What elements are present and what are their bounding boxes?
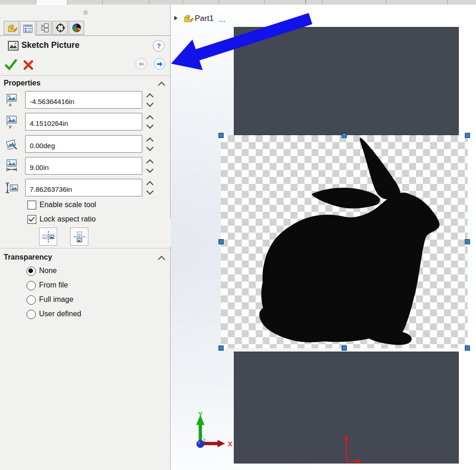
transparency-from-file-label: From file <box>39 281 68 289</box>
panel-resize-grip[interactable] <box>83 10 88 15</box>
solidworks-window: { "panel": { "tabs": [ {"name": "feature… <box>0 0 476 470</box>
handle-middle-right[interactable] <box>465 239 470 244</box>
x-position-input[interactable] <box>25 91 142 109</box>
help-button[interactable]: ? <box>153 40 165 52</box>
collapse-transparency-icon[interactable] <box>158 256 165 263</box>
y-position-input[interactable] <box>25 113 142 131</box>
transparency-none-row[interactable]: None <box>0 267 170 277</box>
property-form-icon <box>22 23 33 34</box>
handle-top-right[interactable] <box>465 133 470 138</box>
property-manager-panel: Sketch Picture ? Properties <box>0 5 171 470</box>
previous-picture-button[interactable] <box>135 58 147 70</box>
configuration-manager-tab[interactable] <box>36 21 52 35</box>
display-manager-tab[interactable] <box>69 21 84 35</box>
green-check-icon <box>5 59 17 71</box>
height-spinner[interactable] <box>145 179 156 197</box>
height-row <box>0 179 170 197</box>
width-input[interactable] <box>25 157 142 175</box>
display-sphere-icon <box>71 22 82 33</box>
handle-top-center[interactable] <box>342 133 347 138</box>
graphics-viewport: Part1 ... <box>171 5 476 470</box>
panel-title: Sketch Picture <box>21 40 79 50</box>
transparency-full-image-row[interactable]: Full image <box>0 295 170 306</box>
cancel-button[interactable] <box>23 59 34 72</box>
y-position-spinner[interactable] <box>145 113 156 131</box>
arrow-left-icon <box>138 61 145 67</box>
width-spinner[interactable] <box>145 157 156 175</box>
sketch-picture-icon <box>8 41 19 52</box>
window-tab-active[interactable] <box>36 0 67 5</box>
target-crosshair-icon <box>55 22 66 33</box>
sketch-origin-marker[interactable] <box>340 434 364 464</box>
transparency-none-label: None <box>39 267 57 275</box>
transparency-full-image-radio[interactable] <box>26 295 36 305</box>
dimxpert-manager-tab[interactable] <box>53 21 68 35</box>
next-picture-button[interactable] <box>154 58 165 70</box>
transparency-full-image-label: Full image <box>39 295 73 304</box>
x-position-icon: x <box>5 93 18 109</box>
flip-vertical-button[interactable] <box>70 228 88 246</box>
enable-scale-tool-row[interactable]: Enable scale tool <box>0 201 170 211</box>
manager-tab-bar <box>0 21 170 36</box>
y-position-icon: y <box>5 115 18 131</box>
flip-horizontal-button[interactable] <box>39 228 57 246</box>
transparency-section-header[interactable]: Transparency <box>4 253 52 261</box>
part-block-icon <box>6 22 17 33</box>
transparency-user-defined-radio[interactable] <box>26 310 36 319</box>
configuration-tree-icon <box>39 22 50 33</box>
property-manager-tab[interactable] <box>20 21 35 36</box>
properties-section-header[interactable]: Properties <box>4 79 40 87</box>
handle-bottom-center[interactable] <box>342 346 347 351</box>
svg-text:y: y <box>8 124 12 129</box>
x-axis-label: X <box>228 440 232 448</box>
height-icon <box>5 181 18 196</box>
handle-top-left[interactable] <box>218 133 224 138</box>
coordinate-triad: Y z X <box>186 406 239 453</box>
lock-aspect-ratio-checkbox[interactable] <box>27 215 36 224</box>
sketch-picture-image[interactable] <box>221 135 468 348</box>
transparency-from-file-radio[interactable] <box>26 281 36 290</box>
help-glyph: ? <box>157 42 161 50</box>
flip-horizontal-icon <box>42 231 55 243</box>
width-icon <box>5 159 18 175</box>
transparency-none-radio[interactable] <box>26 267 36 276</box>
y-position-row: y <box>0 113 170 131</box>
enable-scale-tool-checkbox[interactable] <box>27 201 36 209</box>
annotation-arrow <box>171 9 315 77</box>
handle-bottom-right[interactable] <box>465 346 470 351</box>
red-x-icon <box>23 59 34 71</box>
angle-icon <box>5 137 18 153</box>
width-row <box>0 157 170 176</box>
handle-bottom-left[interactable] <box>218 346 224 351</box>
angle-row <box>0 135 170 154</box>
x-position-spinner[interactable] <box>145 91 156 109</box>
collapse-properties-icon[interactable] <box>158 82 165 89</box>
lock-aspect-ratio-row[interactable]: Lock aspect ratio <box>0 215 170 225</box>
svg-text:x: x <box>8 102 12 107</box>
enable-scale-tool-label: Enable scale tool <box>40 201 96 209</box>
rabbit-silhouette-image <box>221 135 468 348</box>
transparency-from-file-row[interactable]: From file <box>0 281 170 291</box>
arrow-right-icon <box>157 61 163 67</box>
angle-input[interactable] <box>25 135 142 153</box>
transparency-user-defined-label: User defined <box>39 310 81 318</box>
x-position-row: x <box>0 91 170 110</box>
handle-middle-left[interactable] <box>218 239 224 244</box>
transparency-user-defined-row[interactable]: User defined <box>0 310 170 320</box>
angle-spinner[interactable] <box>145 136 156 153</box>
lock-aspect-ratio-label: Lock aspect ratio <box>40 215 96 223</box>
featuremanager-tree-tab[interactable] <box>4 21 19 35</box>
ok-button[interactable] <box>5 59 17 72</box>
flip-vertical-icon <box>73 231 86 243</box>
height-input[interactable] <box>25 179 142 196</box>
